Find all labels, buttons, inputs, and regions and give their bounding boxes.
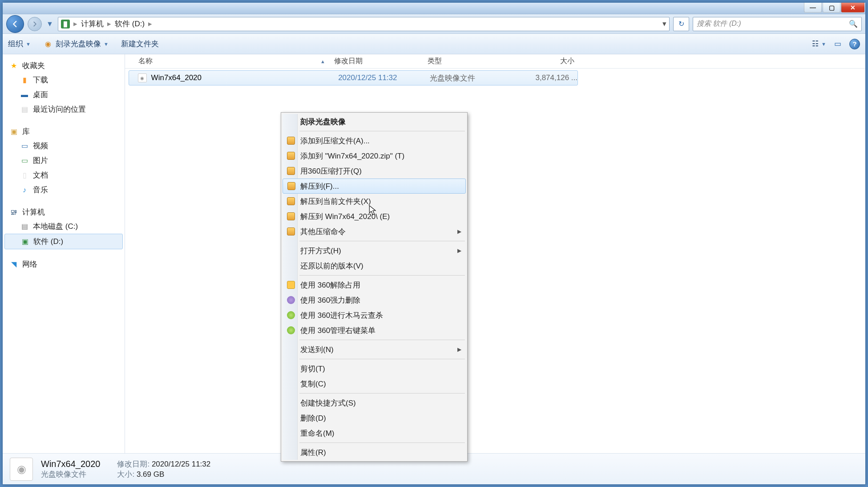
ctx-delete[interactable]: 删除(D) [283,410,466,426]
details-filetype: 光盘映像文件 [41,469,100,479]
organize-label: 组织 [8,39,23,49]
column-headers: 名称▲ 修改日期 类型 大小 [125,54,865,69]
details-date-label: 修改日期: [117,460,149,468]
archive-icon [287,137,295,145]
ctx-restore-prev[interactable]: 还原以前的版本(V) [283,258,466,273]
star-icon: ★ [9,61,19,71]
ctx-extract-folder[interactable]: 解压到 Win7x64_2020\ (E) [283,209,466,224]
ctx-copy[interactable]: 复制(C) [283,376,466,391]
360-icon [287,281,295,289]
ctx-label: 使用 360进行木马云查杀 [300,310,383,321]
file-row-selected[interactable]: ◉ Win7x64_2020 2020/12/25 11:32 光盘映像文件 3… [129,70,578,85]
ctx-separator [299,442,465,443]
ctx-label: 解压到 Win7x64_2020\ (E) [300,211,390,222]
sidebar-item-recent[interactable]: ▤最近访问的位置 [4,102,123,117]
ctx-burn-image[interactable]: 刻录光盘映像 [283,114,466,129]
ctx-360-scan[interactable]: 使用 360进行木马云查杀 [283,308,466,323]
sidebar-item-desktop[interactable]: ▬桌面 [4,87,123,102]
forward-button[interactable] [28,17,42,31]
sidebar-item-label: 最近访问的位置 [33,104,86,114]
ctx-extract-here[interactable]: 解压到当前文件夹(X) [283,194,466,209]
sidebar-item-label: 下载 [33,75,48,85]
breadcrumb-computer[interactable]: 计算机 [81,19,104,29]
ctx-cut[interactable]: 剪切(T) [283,361,466,376]
file-size: 3,874,126 ... [517,73,577,82]
sidebar-item-label: 文档 [33,170,48,180]
chevron-down-icon: ▼ [26,41,31,47]
video-icon: ▭ [20,141,29,151]
close-button[interactable]: ✕ [841,3,864,12]
search-box[interactable]: 搜索 软件 (D:) 🔍 [693,17,862,31]
details-date: 2020/12/25 11:32 [152,460,210,468]
view-options-button[interactable]: ☷ ▼ [812,39,826,49]
nav-history-dropdown[interactable]: ▼ [45,15,54,33]
help-button[interactable]: ? [849,39,860,49]
sidebar-item-pictures[interactable]: ▭图片 [4,153,123,168]
explorer-window: — ▢ ✕ ▼ █ ▸ 计算机 ▸ 软件 (D:) ▸ ▾ ↻ 搜索 软件 (D… [2,2,866,485]
context-menu: 刻录光盘映像 添加到压缩文件(A)... 添加到 "Win7x64_2020.z… [281,112,468,462]
chevron-down-icon: ▼ [104,41,109,47]
ctx-separator [299,393,465,394]
ctx-send-to[interactable]: 发送到(N)▶ [283,342,466,357]
details-size: 3.69 GB [137,470,164,479]
ctx-open-with[interactable]: 打开方式(H)▶ [283,243,466,258]
breadcrumb-drive[interactable]: 软件 (D:) [115,19,145,29]
sidebar: ★收藏夹 ▮下载 ▬桌面 ▤最近访问的位置 ▣库 ▭视频 ▭图片 ▯文档 ♪音乐… [3,54,125,453]
sidebar-item-music[interactable]: ♪音乐 [4,183,123,197]
ctx-extract-to[interactable]: 解压到(F)... [283,179,466,194]
ctx-label: 使用 360解除占用 [300,280,360,290]
column-type[interactable]: 类型 [423,57,512,66]
archive-icon [287,197,295,205]
ctx-360-forcedel[interactable]: 使用 360强力删除 [283,292,466,308]
archive-icon [287,227,295,235]
maximize-button[interactable]: ▢ [823,3,840,12]
sidebar-favorites[interactable]: ★收藏夹 [4,59,123,73]
sidebar-item-ddrive[interactable]: ▣软件 (D:) [4,234,123,249]
ctx-label: 使用 360强力删除 [300,295,360,305]
burn-image-button[interactable]: ◉ 刻录光盘映像 ▼ [43,39,109,49]
ctx-shortcut[interactable]: 创建快捷方式(S) [283,395,466,410]
column-name[interactable]: 名称▲ [134,57,330,66]
burn-label: 刻录光盘映像 [56,39,101,49]
ctx-open-360[interactable]: 用360压缩打开(Q) [283,163,466,179]
sidebar-item-videos[interactable]: ▭视频 [4,138,123,153]
sidebar-libraries[interactable]: ▣库 [4,125,123,138]
help-icon: ? [852,40,856,48]
file-name: Win7x64_2020 [151,73,339,82]
content-pane: 名称▲ 修改日期 类型 大小 ◉ Win7x64_2020 2020/12/25… [125,54,865,453]
back-button[interactable] [6,15,24,33]
sidebar-network[interactable]: ◥网络 [4,257,123,271]
file-type: 光盘映像文件 [430,73,517,83]
ctx-other-compress[interactable]: 其他压缩命令▶ [283,224,466,239]
refresh-button[interactable]: ↻ [673,17,689,31]
document-icon: ▯ [20,170,29,180]
360-icon [287,311,295,319]
file-thumbnail: ◉ [10,458,33,481]
music-icon: ♪ [20,185,29,195]
arrow-left-icon [11,20,19,28]
column-size[interactable]: 大小 [512,57,579,66]
ctx-360-menu[interactable]: 使用 360管理右键菜单 [283,323,466,338]
sidebar-item-label: 图片 [33,155,48,166]
sidebar-item-downloads[interactable]: ▮下载 [4,73,123,87]
ctx-add-zip[interactable]: 添加到 "Win7x64_2020.zip" (T) [283,148,466,163]
drive-icon: █ [61,20,70,28]
ctx-add-archive[interactable]: 添加到压缩文件(A)... [283,133,466,148]
new-folder-button[interactable]: 新建文件夹 [121,39,159,49]
ctx-360-unlock[interactable]: 使用 360解除占用 [283,277,466,292]
column-date[interactable]: 修改日期 [330,57,423,66]
archive-icon [287,152,295,160]
details-filename: Win7x64_2020 [41,459,100,469]
address-dropdown-icon[interactable]: ▾ [662,19,666,28]
preview-pane-button[interactable]: ▭ [834,39,841,49]
ctx-properties[interactable]: 属性(R) [283,445,466,460]
sidebar-computer[interactable]: 🖳计算机 [4,205,123,219]
address-bar[interactable]: █ ▸ 计算机 ▸ 软件 (D:) ▸ ▾ [58,17,670,31]
organize-button[interactable]: 组织 ▼ [8,39,31,49]
archive-icon [287,182,295,190]
sidebar-item-documents[interactable]: ▯文档 [4,168,123,183]
ctx-rename[interactable]: 重命名(M) [283,426,466,441]
minimize-button[interactable]: — [804,3,822,12]
sidebar-item-cdrive[interactable]: ▤本地磁盘 (C:) [4,219,123,234]
submenu-arrow-icon: ▶ [457,346,461,353]
